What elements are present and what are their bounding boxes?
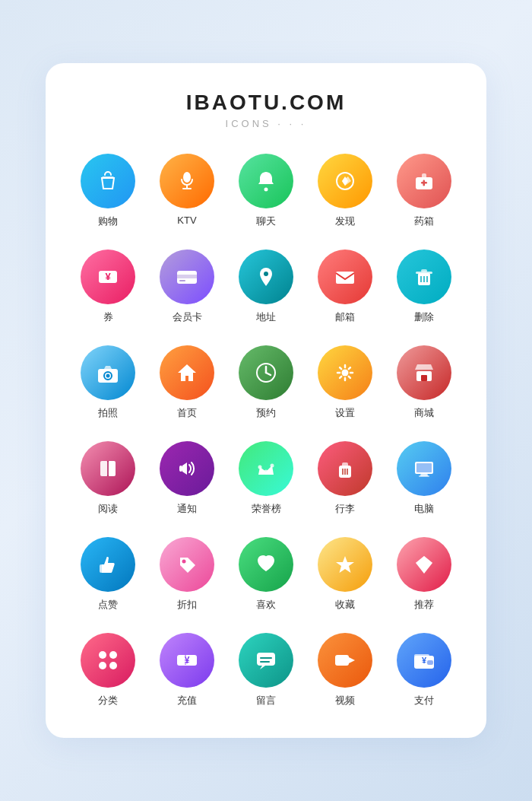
- svg-rect-53: [100, 564, 103, 573]
- svg-rect-50: [416, 463, 432, 472]
- svg-point-43: [271, 464, 274, 468]
- svg-text:¥: ¥: [105, 271, 111, 282]
- icon-item-like[interactable]: 点赞: [68, 537, 147, 612]
- icon-circle-comment: [239, 633, 293, 688]
- icon-item-shopping[interactable]: 购物: [68, 154, 147, 228]
- icon-circle-read: [81, 441, 135, 496]
- icon-label-computer: 电脑: [414, 502, 434, 516]
- icon-label-home: 首页: [177, 406, 197, 420]
- icon-item-luggage[interactable]: 行李: [306, 441, 385, 516]
- icon-item-pay[interactable]: ¥支付: [385, 633, 464, 707]
- icon-item-store[interactable]: 商城: [385, 345, 464, 420]
- icon-item-photo[interactable]: 拍照: [68, 345, 147, 420]
- icon-item-ranking[interactable]: 荣誉榜: [226, 441, 306, 516]
- icon-circle-delete: [397, 250, 451, 304]
- svg-point-54: [182, 560, 186, 564]
- icon-label-discover: 发现: [335, 215, 355, 228]
- svg-point-42: [264, 470, 268, 474]
- icon-item-read[interactable]: 阅读: [68, 441, 147, 516]
- icon-circle-ranking: [239, 441, 293, 496]
- svg-point-60: [99, 662, 106, 669]
- icon-label-recharge: 充值: [177, 694, 197, 707]
- icon-circle-recharge: ¥: [160, 633, 214, 688]
- svg-rect-16: [179, 280, 185, 281]
- icon-label-chat: 聊天: [256, 215, 276, 228]
- icon-item-notify[interactable]: 通知: [147, 441, 226, 516]
- icon-label-membership: 会员卡: [173, 310, 202, 324]
- icon-label-settings: 设置: [335, 406, 355, 420]
- icon-circle-shopping: [81, 154, 135, 208]
- icon-item-coupon[interactable]: ¥券: [68, 250, 147, 324]
- icon-circle-collect: [318, 537, 372, 592]
- icon-item-home[interactable]: 首页: [147, 345, 226, 420]
- icon-item-category[interactable]: 分类: [68, 633, 147, 707]
- icon-label-booking: 预约: [256, 406, 276, 420]
- svg-point-27: [106, 374, 110, 378]
- icon-item-booking[interactable]: 预约: [226, 345, 306, 420]
- icon-label-recommend: 推荐: [414, 598, 434, 612]
- icon-circle-medicine: [397, 154, 451, 208]
- icon-circle-store: [397, 345, 451, 400]
- icon-item-ktv[interactable]: KTV: [147, 154, 226, 228]
- icon-item-comment[interactable]: 留言: [226, 633, 306, 707]
- icon-circle-discount: [160, 537, 214, 592]
- icon-label-collect: 收藏: [335, 598, 355, 612]
- icon-circle-address: [239, 250, 293, 304]
- icon-label-mail: 邮箱: [335, 310, 355, 324]
- icon-item-favorite[interactable]: 喜欢: [226, 537, 306, 612]
- icon-label-like: 点赞: [98, 598, 118, 612]
- icon-label-favorite: 喜欢: [256, 598, 276, 612]
- icon-label-notify: 通知: [177, 502, 197, 516]
- svg-rect-69: [335, 655, 349, 666]
- icon-label-comment: 留言: [256, 694, 276, 707]
- icon-circle-home: [160, 345, 214, 400]
- svg-marker-66: [260, 666, 265, 669]
- icon-item-address[interactable]: 地址: [226, 250, 306, 324]
- icon-item-settings[interactable]: 设置: [306, 345, 385, 420]
- icon-item-discover[interactable]: 发现: [306, 154, 385, 228]
- icon-item-computer[interactable]: 电脑: [385, 441, 464, 516]
- svg-rect-35: [100, 461, 108, 476]
- svg-point-17: [264, 272, 268, 276]
- icon-circle-photo: [81, 345, 135, 400]
- svg-point-58: [99, 651, 106, 659]
- svg-point-59: [109, 651, 117, 659]
- icon-item-recommend[interactable]: 推荐: [385, 537, 464, 612]
- svg-point-32: [342, 370, 349, 377]
- icon-circle-luggage: [318, 441, 372, 496]
- svg-rect-65: [257, 653, 275, 666]
- icon-circle-settings: [318, 345, 372, 400]
- icon-item-discount[interactable]: 折扣: [147, 537, 226, 612]
- svg-rect-36: [108, 461, 116, 476]
- icon-item-collect[interactable]: 收藏: [306, 537, 385, 612]
- icon-label-video: 视频: [335, 694, 355, 707]
- icon-label-pay: 支付: [414, 694, 434, 707]
- svg-line-31: [266, 373, 271, 375]
- icon-label-address: 地址: [256, 310, 276, 324]
- icon-label-photo: 拍照: [98, 406, 118, 420]
- svg-rect-9: [422, 173, 426, 179]
- icon-item-medicine[interactable]: 药箱: [385, 154, 464, 228]
- icon-item-mail[interactable]: 邮箱: [306, 250, 385, 324]
- icon-item-delete[interactable]: 删除: [385, 250, 464, 324]
- svg-point-41: [258, 466, 262, 469]
- card-subtitle: ICONS · · ·: [68, 118, 464, 129]
- svg-marker-28: [178, 364, 196, 381]
- svg-rect-73: [427, 660, 433, 665]
- icon-label-category: 分类: [98, 694, 118, 707]
- icon-label-discount: 折扣: [177, 598, 197, 612]
- icon-item-recharge[interactable]: ¥充值: [147, 633, 226, 707]
- icon-circle-video: [318, 633, 372, 688]
- svg-rect-39: [179, 466, 182, 472]
- icon-circle-recommend: [397, 537, 451, 592]
- icon-item-membership[interactable]: 会员卡: [147, 250, 226, 324]
- icon-label-luggage: 行李: [335, 502, 355, 516]
- svg-rect-11: [423, 180, 426, 186]
- icon-circle-favorite: [239, 537, 293, 592]
- icon-circle-pay: ¥: [397, 633, 451, 688]
- icon-item-chat[interactable]: 聊天: [226, 154, 306, 228]
- icon-label-shopping: 购物: [98, 215, 118, 228]
- svg-text:¥: ¥: [422, 656, 427, 665]
- svg-point-1: [183, 172, 191, 183]
- icon-item-video[interactable]: 视频: [306, 633, 385, 707]
